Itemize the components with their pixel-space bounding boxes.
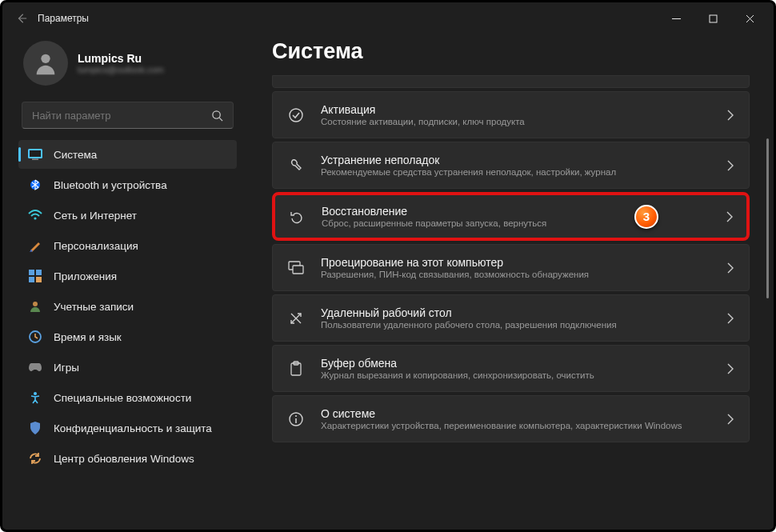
nav-label: Игры <box>54 362 79 374</box>
nav-item-accessibility[interactable]: Специальные возможности <box>18 383 237 412</box>
nav-item-update[interactable]: Центр обновления Windows <box>18 444 237 473</box>
svg-point-7 <box>34 217 36 219</box>
window-controls <box>658 6 767 30</box>
chevron-right-icon <box>726 262 734 274</box>
search-icon <box>211 110 223 122</box>
maximize-button[interactable] <box>695 6 730 30</box>
page-title: Система <box>272 39 750 64</box>
nav-label: Система <box>54 149 97 161</box>
gaming-icon <box>28 360 42 374</box>
step-badge: 3 <box>634 205 658 229</box>
bluetooth-icon <box>28 178 42 192</box>
minimize-icon <box>672 14 681 23</box>
scrollbar-thumb[interactable] <box>766 138 769 298</box>
settings-card-remote-desktop[interactable]: Удаленный рабочий стол Пользователи удал… <box>272 294 750 342</box>
svg-point-12 <box>33 302 38 306</box>
accounts-icon <box>28 299 42 314</box>
about-icon <box>287 411 305 427</box>
nav-list: Система Bluetooth и устройства Сеть и Ин… <box>18 140 237 473</box>
main-content: Система Активация Состояние активации, п… <box>246 34 774 530</box>
svg-rect-0 <box>710 15 717 22</box>
troubleshoot-icon <box>287 158 305 174</box>
nav-item-apps[interactable]: Приложения <box>18 262 237 290</box>
card-subtitle: Журнал вырезания и копирования, синхрони… <box>321 370 710 380</box>
nav-item-bluetooth[interactable]: Bluetooth и устройства <box>18 170 237 199</box>
nav-label: Bluetooth и устройства <box>54 179 167 191</box>
chevron-right-icon <box>726 363 734 374</box>
avatar <box>23 41 68 86</box>
settings-card-about[interactable]: О системе Характеристики устройства, пер… <box>272 395 750 442</box>
card-title: Буфер обмена <box>321 357 710 370</box>
nav-label: Конфиденциальность и защита <box>54 422 212 434</box>
svg-point-1 <box>41 54 50 63</box>
shield-icon <box>28 421 42 435</box>
svg-point-21 <box>295 415 297 417</box>
nav-label: Специальные возможности <box>54 392 191 404</box>
back-button[interactable] <box>9 13 34 24</box>
scrollbar[interactable] <box>766 138 769 522</box>
svg-point-2 <box>213 110 220 118</box>
person-icon <box>32 50 59 77</box>
clipboard-icon <box>287 361 305 377</box>
wifi-icon <box>28 208 42 222</box>
minimize-button[interactable] <box>658 6 694 30</box>
nav-label: Учетные записи <box>54 301 134 313</box>
settings-card-recovery[interactable]: Восстановление Сброс, расширенные параме… <box>272 192 750 241</box>
nav-item-time[interactable]: Время и язык <box>18 322 237 351</box>
chevron-right-icon <box>726 211 734 222</box>
projecting-icon <box>287 261 305 275</box>
settings-card-clipboard[interactable]: Буфер обмена Журнал вырезания и копирова… <box>272 345 750 392</box>
nav-item-gaming[interactable]: Игры <box>18 353 237 382</box>
clock-icon <box>28 330 42 344</box>
settings-window: Параметры Lumpics Ru lumpics@outlook.com <box>0 0 776 532</box>
card-title: О системе <box>321 407 710 420</box>
sidebar: Lumpics Ru lumpics@outlook.com Система B… <box>2 34 246 530</box>
system-icon <box>28 147 42 162</box>
account-email: lumpics@outlook.com <box>78 65 164 74</box>
search-input[interactable] <box>32 110 211 122</box>
paintbrush-icon <box>28 238 42 253</box>
close-button[interactable] <box>732 6 767 30</box>
card-title: Проецирование на этот компьютер <box>321 256 710 269</box>
card-subtitle: Пользователи удаленного рабочего стола, … <box>321 320 710 330</box>
nav-label: Сеть и Интернет <box>54 210 137 222</box>
svg-point-15 <box>290 109 302 122</box>
maximize-icon <box>709 14 718 23</box>
chevron-right-icon <box>726 160 734 171</box>
svg-rect-8 <box>29 270 34 275</box>
settings-card-activation[interactable]: Активация Состояние активации, подписки,… <box>272 91 750 138</box>
svg-rect-10 <box>29 277 34 282</box>
back-arrow-icon <box>16 13 27 24</box>
card-title: Активация <box>321 103 710 116</box>
settings-card-truncated[interactable] <box>272 75 750 88</box>
card-title: Устранение неполадок <box>321 154 710 166</box>
nav-label: Время и язык <box>54 331 122 343</box>
card-subtitle: Разрешения, ПИН-код связывания, возможно… <box>321 270 710 279</box>
card-subtitle: Рекомендуемые средства устранения непола… <box>321 167 710 177</box>
apps-icon <box>28 269 42 283</box>
svg-point-14 <box>34 392 37 395</box>
card-subtitle: Характеристики устройства, переименовани… <box>321 421 710 430</box>
svg-rect-17 <box>293 266 303 274</box>
account-block[interactable]: Lumpics Ru lumpics@outlook.com <box>18 34 237 98</box>
settings-card-projecting[interactable]: Проецирование на этот компьютер Разрешен… <box>272 244 750 291</box>
accessibility-icon <box>28 390 42 405</box>
nav-item-network[interactable]: Сеть и Интернет <box>18 201 237 230</box>
svg-rect-11 <box>36 277 42 282</box>
chevron-right-icon <box>726 313 734 324</box>
search-box[interactable] <box>22 102 234 129</box>
account-name: Lumpics Ru <box>78 52 164 65</box>
activation-icon <box>287 107 305 123</box>
settings-card-troubleshoot[interactable]: Устранение неполадок Рекомендуемые средс… <box>272 142 750 189</box>
nav-item-accounts[interactable]: Учетные записи <box>18 292 237 321</box>
update-icon <box>28 451 42 466</box>
nav-item-personalization[interactable]: Персонализация <box>18 231 237 260</box>
window-title: Параметры <box>34 13 658 24</box>
nav-item-system[interactable]: Система <box>18 140 237 169</box>
nav-item-privacy[interactable]: Конфиденциальность и защита <box>18 414 237 442</box>
settings-list: Активация Состояние активации, подписки,… <box>272 75 750 442</box>
svg-rect-9 <box>36 270 42 275</box>
recovery-icon <box>288 209 306 225</box>
remote-desktop-icon <box>287 310 305 326</box>
nav-label: Приложения <box>54 270 117 282</box>
